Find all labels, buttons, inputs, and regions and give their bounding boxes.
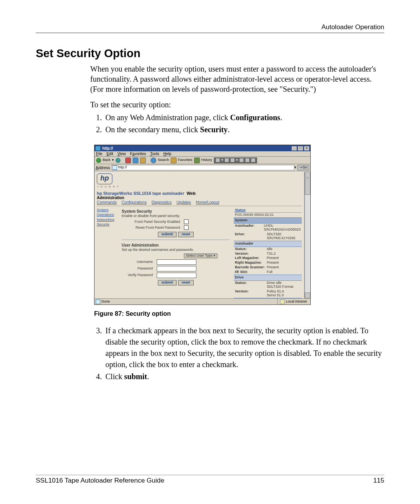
zone-icon	[280, 299, 285, 304]
footer-page-number: 115	[373, 477, 384, 485]
menu-bar[interactable]: File Edit View Favorites Tools Help	[94, 151, 310, 157]
favorites-label[interactable]: Favorites	[178, 158, 192, 162]
page-footer: SSL1016 Tape Autoloader Reference Guide …	[36, 475, 384, 485]
reset-password-label: Reset Front Panel Password	[122, 226, 184, 230]
verify-password-input[interactable]	[157, 273, 196, 278]
tool-icon[interactable]	[215, 158, 220, 163]
window-titlebar: http:// _□×	[94, 145, 310, 151]
window-title: http://	[102, 146, 291, 150]
search-icon[interactable]	[150, 158, 156, 163]
back-icon[interactable]: ←	[96, 158, 101, 163]
menu-help[interactable]: Help	[163, 152, 172, 156]
password-label: Password	[122, 267, 157, 271]
search-label[interactable]: Search	[158, 158, 169, 162]
side-security[interactable]: Security	[97, 222, 119, 227]
tool-icon[interactable]	[245, 158, 250, 163]
refresh-icon[interactable]	[133, 158, 138, 163]
step-2: On the secondary menu, click Security.	[104, 124, 384, 135]
back-label[interactable]: Back	[103, 158, 110, 162]
footer-doc-title: SSL1016 Tape Autoloader Reference Guide	[36, 477, 164, 485]
page-title: Set Security Option	[36, 47, 384, 60]
front-panel-security-checkbox[interactable]	[184, 219, 189, 224]
menu-view[interactable]: View	[117, 152, 126, 156]
nav-diagnostics[interactable]: Diagnostics	[152, 200, 172, 205]
page-icon	[112, 165, 117, 170]
menu-file[interactable]: File	[96, 152, 102, 156]
history-icon[interactable]	[194, 158, 200, 163]
select-user-type[interactable]: Select User Type ▾	[184, 254, 217, 258]
scroll-up-icon[interactable]	[305, 172, 310, 178]
side-system-operations[interactable]: System Operations	[97, 208, 119, 217]
autoloader-section-header: Autoloader	[234, 241, 302, 247]
status-pane: Status POC:00046 00024:22:21 System Auto…	[234, 208, 302, 298]
tool-icon[interactable]	[251, 158, 256, 163]
hp-invent-tagline: i n v e n t	[98, 185, 302, 189]
favorites-icon[interactable]	[171, 158, 177, 163]
step-3: If a checkmark appears in the box next t…	[104, 325, 384, 370]
step-1: On any Web Administration page, click Co…	[104, 112, 384, 123]
maximize-button[interactable]: □	[298, 146, 303, 151]
address-dropdown-icon[interactable]: ▾	[294, 166, 296, 170]
scroll-thumb[interactable]	[305, 178, 310, 195]
nav-configurations[interactable]: Configurations	[122, 200, 147, 205]
running-header: Autoloader Operation	[36, 23, 384, 31]
footer-rule	[36, 475, 384, 475]
page-icon	[96, 299, 100, 304]
address-label: Address	[96, 166, 110, 170]
bottom-steps-list: If a checkmark appears in the box next t…	[36, 325, 384, 382]
stop-icon[interactable]	[125, 158, 131, 163]
primary-nav: Commands Configurations Diagnostics Upda…	[97, 200, 302, 206]
scroll-down-icon[interactable]	[305, 292, 310, 298]
home-icon[interactable]	[140, 158, 146, 163]
front-panel-security-label: Front Panel Security Enabled	[122, 220, 184, 224]
status-done: Done	[102, 300, 110, 304]
reset-button-2[interactable]: reset	[178, 280, 194, 285]
submit-button[interactable]: submit	[158, 232, 177, 237]
menu-favorites[interactable]: Favorites	[130, 152, 146, 156]
menu-tools[interactable]: Tools	[150, 152, 159, 156]
extra-toolbar-block[interactable]: ▾ ▾	[214, 158, 257, 163]
dropdown-icon[interactable]: ▾	[112, 158, 114, 162]
header-rule	[36, 33, 384, 33]
submit-button-2[interactable]: submit	[158, 280, 177, 285]
tool-icon[interactable]	[224, 158, 229, 163]
close-button[interactable]: ×	[304, 146, 310, 151]
browser-toolbar[interactable]: ← Back ▾ → Search Favorites History ▾ ▾	[94, 157, 310, 164]
security-zone: Local intranet	[277, 299, 309, 304]
address-field[interactable]: http://	[111, 165, 294, 170]
tool-icon[interactable]	[230, 158, 235, 163]
embedded-screenshot: http:// _□× File Edit View Favorites Too…	[94, 145, 311, 305]
status-title: Status	[234, 208, 302, 213]
minimize-button[interactable]: _	[291, 146, 297, 151]
forward-icon[interactable]: →	[116, 158, 121, 163]
nav-commands[interactable]: Commands	[97, 200, 117, 205]
address-bar[interactable]: Address http:// ▾ ⇨Go	[94, 164, 310, 172]
go-button[interactable]: ⇨Go	[298, 165, 309, 170]
app-title: hp StorageWorks SSL1016 tape autoloader …	[97, 191, 302, 196]
poc-row: POC:00046 00024:22:21	[234, 213, 302, 217]
verify-password-label: Verify Password	[122, 273, 157, 277]
user-admin-heading: User Administration	[122, 242, 230, 248]
menu-edit[interactable]: Edit	[107, 152, 113, 156]
username-input[interactable]	[157, 259, 196, 265]
system-section-header: System	[234, 217, 302, 224]
reset-button[interactable]: reset	[178, 232, 194, 237]
top-steps-list: On any Web Administration page, click Co…	[36, 112, 384, 135]
vertical-scrollbar[interactable]	[304, 172, 310, 298]
browser-status-bar: Done Local intranet	[94, 298, 310, 304]
username-label: Username	[122, 260, 157, 264]
nav-home-logout[interactable]: Home/Logout	[196, 200, 219, 205]
lead-paragraph: To set the security option:	[36, 100, 384, 110]
side-networking[interactable]: Networking	[97, 217, 119, 222]
window-buttons[interactable]: _□×	[291, 146, 310, 151]
secondary-nav: System Operations Networking Security	[97, 208, 119, 298]
tool-icon[interactable]	[239, 158, 244, 163]
figure-caption: Figure 87: Security option	[94, 310, 384, 317]
drive-section-header: Drive	[234, 275, 302, 281]
history-label[interactable]: History	[201, 158, 212, 162]
password-input[interactable]	[157, 266, 196, 271]
reset-password-checkbox[interactable]	[184, 225, 189, 230]
nav-updates[interactable]: Updates	[177, 200, 191, 205]
system-security-subhead: Enable or disable front panel security.	[122, 214, 230, 218]
user-admin-subhead: Set up the desired usernames and passwor…	[122, 248, 230, 252]
